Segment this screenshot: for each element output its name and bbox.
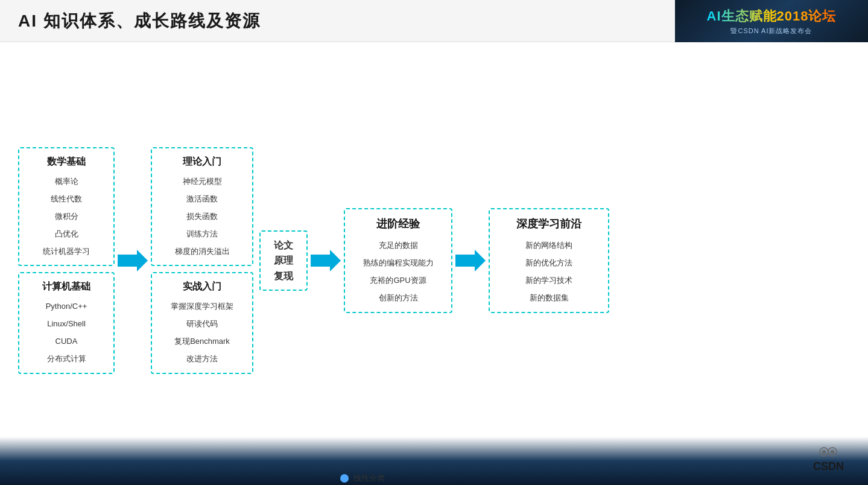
practical-item-3: 复现Benchmark xyxy=(162,335,242,348)
arrow-1 xyxy=(115,249,151,273)
arrow-2 xyxy=(308,249,344,273)
bottom-section: 框架 TensorFlowCaffeTorch/PyTorchTheanoMXN… xyxy=(18,473,850,485)
computer-item-2: Linux/Shell xyxy=(29,318,104,331)
advanced-title: 进阶经验 xyxy=(355,217,442,231)
theory-item-3: 损失函数 xyxy=(162,211,242,223)
paper-line-2: 原理 xyxy=(274,253,293,268)
col-deep: 深度学习前沿 新的网络结构 新的优化方法 新的学习技术 新的数据集 xyxy=(489,208,609,312)
advanced-item-2: 熟练的编程实现能力 xyxy=(355,257,442,270)
advanced-box: 进阶经验 充足的数据 熟练的编程实现能力 充裕的GPU资源 创新的方法 xyxy=(344,208,452,312)
svg-point-5 xyxy=(822,450,826,454)
computer-title: 计算机基础 xyxy=(29,281,104,293)
math-item-4: 凸优化 xyxy=(29,228,104,241)
computer-item-1: Python/C++ xyxy=(29,300,104,313)
deep-item-2: 新的优化方法 xyxy=(499,257,598,270)
computer-item-3: CUDA xyxy=(29,335,104,348)
computer-item-4: 分布式计算 xyxy=(29,353,104,366)
practical-item-1: 掌握深度学习框架 xyxy=(162,300,242,313)
csdn-watermark: CSDN xyxy=(813,445,844,473)
theory-item-4: 训练方法 xyxy=(162,228,242,241)
arrow-3 xyxy=(452,249,489,273)
theory-item-5: 梯度的消失溢出 xyxy=(162,246,242,258)
paper-line-1: 论文 xyxy=(274,238,293,253)
flow-diagram: 数学基础 概率论 线性代数 微积分 凸优化 统计机器学习 计算机基础 Pytho… xyxy=(18,54,850,467)
svg-point-6 xyxy=(831,450,834,454)
main-content: 数学基础 概率论 线性代数 微积分 凸优化 统计机器学习 计算机基础 Pytho… xyxy=(0,42,868,485)
advanced-item-1: 充足的数据 xyxy=(355,239,442,252)
deep-item-4: 新的数据集 xyxy=(499,292,598,305)
deep-title: 深度学习前沿 xyxy=(499,217,598,231)
math-title: 数学基础 xyxy=(29,156,104,168)
legend-dot xyxy=(340,474,349,483)
advanced-item-4: 创新的方法 xyxy=(355,292,442,305)
csdn-label: CSDN xyxy=(813,460,844,473)
math-item-3: 微积分 xyxy=(29,211,104,223)
paper-line-3: 复现 xyxy=(274,268,293,284)
advanced-item-3: 充裕的GPU资源 xyxy=(355,274,442,287)
col-foundations: 数学基础 概率论 线性代数 微积分 凸优化 统计机器学习 计算机基础 Pytho… xyxy=(18,147,115,373)
models-section: 模型 CNN/IGNRNN/LSTM/GRU/NTMDRNGAN/wGANSVM… xyxy=(572,473,850,485)
svg-marker-0 xyxy=(118,250,148,271)
page-title: AI 知识体系、成长路线及资源 xyxy=(18,10,261,33)
col-advanced: 进阶经验 充足的数据 熟练的编程实现能力 充裕的GPU资源 创新的方法 xyxy=(344,208,452,312)
theory-item-1: 神经元模型 xyxy=(162,176,242,188)
deep-box: 深度学习前沿 新的网络结构 新的优化方法 新的学习技术 新的数据集 xyxy=(489,208,609,312)
paper-section: 论文 原理 复现 xyxy=(259,230,308,291)
svg-marker-1 xyxy=(311,250,341,271)
computer-box: 计算机基础 Python/C++ Linux/Shell CUDA 分布式计算 xyxy=(18,272,115,373)
legend-item: 线性分类 xyxy=(340,473,401,484)
frameworks-section: 框架 TensorFlowCaffeTorch/PyTorchTheanoMXN… xyxy=(18,473,296,485)
algorithms-list: 线性分类决策树贝叶斯分层聚类聚类分析关联规则学习异常检测生成模型强化学习迁移学习… xyxy=(340,473,401,485)
svg-marker-2 xyxy=(455,250,486,271)
paper-box: 论文 原理 复现 xyxy=(259,230,308,291)
legend-label: 线性分类 xyxy=(353,473,385,484)
practical-title: 实战入门 xyxy=(162,281,242,293)
math-item-2: 线性代数 xyxy=(29,193,104,206)
theory-box: 理论入门 神经元模型 激活函数 损失函数 训练方法 梯度的消失溢出 xyxy=(151,147,253,266)
theory-item-2: 激活函数 xyxy=(162,193,242,206)
deep-item-1: 新的网络结构 xyxy=(499,239,598,252)
logo-sub-text: 暨CSDN AI新战略发布会 xyxy=(730,27,812,36)
col-entry: 理论入门 神经元模型 激活函数 损失函数 训练方法 梯度的消失溢出 实战入门 掌… xyxy=(151,147,253,373)
math-item-5: 统计机器学习 xyxy=(29,246,104,258)
deep-item-3: 新的学习技术 xyxy=(499,274,598,287)
event-logo: AI生态赋能2018论坛 暨CSDN AI新战略发布会 xyxy=(675,0,868,42)
practical-box: 实战入门 掌握深度学习框架 研读代码 复现Benchmark 改进方法 xyxy=(151,272,253,373)
logo-main-text: AI生态赋能2018论坛 xyxy=(707,7,837,25)
practical-item-4: 改进方法 xyxy=(162,353,242,366)
theory-title: 理论入门 xyxy=(162,156,242,168)
practical-item-2: 研读代码 xyxy=(162,318,242,331)
math-box: 数学基础 概率论 线性代数 微积分 凸优化 统计机器学习 xyxy=(18,147,115,266)
math-item-1: 概率论 xyxy=(29,176,104,188)
algorithms-section: 算法 线性分类决策树贝叶斯分层聚类聚类分析关联规则学习异常检测生成模型强化学习迁… xyxy=(296,473,573,485)
csdn-icon xyxy=(819,445,837,459)
